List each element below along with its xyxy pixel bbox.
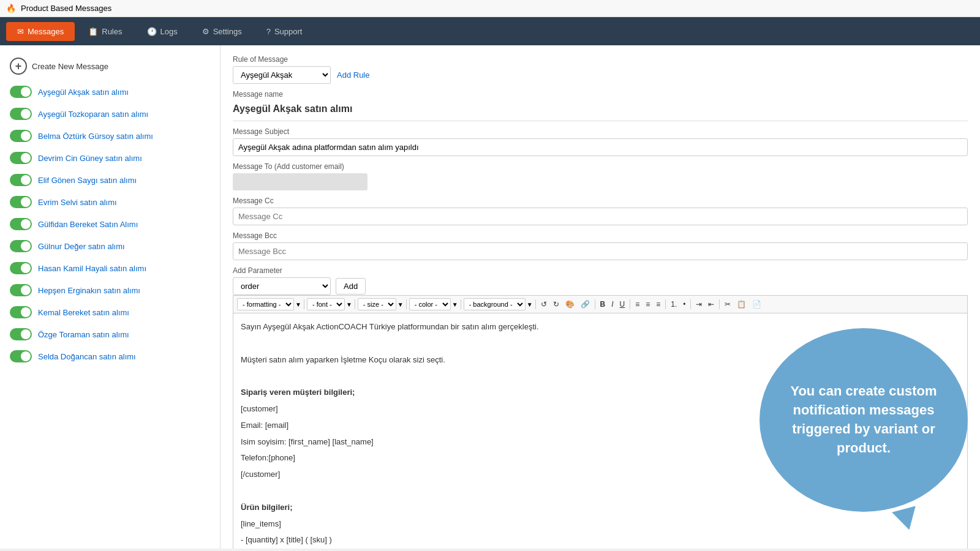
cut-button[interactable]: ✂ (722, 299, 733, 310)
toggle-8[interactable] (10, 262, 32, 274)
font-select[interactable]: - font - (307, 298, 345, 310)
indent-button[interactable]: ⇥ (693, 299, 704, 310)
tab-support[interactable]: ? Support (255, 22, 314, 41)
tab-settings[interactable]: ⚙ Settings (191, 22, 253, 41)
toolbar-chevron-icon: ▼ (295, 301, 301, 308)
toggle-6[interactable] (10, 218, 32, 230)
align-right-button[interactable]: ≡ (654, 299, 663, 310)
align-left-button[interactable]: ≡ (633, 299, 642, 310)
toggle-12[interactable] (10, 350, 32, 362)
plus-icon: + (10, 58, 27, 75)
sidebar-item[interactable]: Belma Öztürk Gürsoy satın alımı (0, 125, 220, 147)
sidebar-item-label[interactable]: Gülfidan Bereket Satın Alımı (38, 220, 138, 229)
toolbar-bg-chevron-icon: ▼ (527, 301, 533, 308)
sidebar-item-label[interactable]: Hepşen Erginakın satın alımı (38, 286, 140, 295)
toolbar-sep-1 (304, 299, 304, 309)
paste-button[interactable]: 📄 (750, 299, 764, 310)
sidebar-item-label[interactable]: Ayşegül Akşak satın alımı (38, 88, 129, 97)
sidebar-item[interactable]: Devrim Cin Güney satın alımı (0, 147, 220, 169)
create-new-button[interactable]: + Create New Message (0, 51, 220, 81)
sidebar-item[interactable]: Ayşegül Akşak satın alımı (0, 81, 220, 103)
toggle-5[interactable] (10, 196, 32, 208)
toggle-2[interactable] (10, 130, 32, 142)
subject-input[interactable] (233, 138, 968, 156)
toggle-11[interactable] (10, 328, 32, 340)
toolbar-sep-9 (690, 299, 691, 309)
toolbar-sep-6 (595, 299, 595, 309)
sidebar-item[interactable]: Kemal Bereket satın alımı (0, 301, 220, 323)
bcc-input[interactable] (233, 242, 968, 260)
tab-rules[interactable]: 📋 Rules (77, 22, 133, 41)
sidebar-item-label[interactable]: Devrim Cin Güney satın alımı (38, 154, 142, 163)
bcc-label: Message Bcc (233, 231, 968, 240)
cc-input[interactable] (233, 208, 968, 225)
toggle-0[interactable] (10, 86, 32, 98)
rule-label: Rule of Message (233, 55, 968, 64)
add-param-button[interactable]: Add (336, 278, 366, 294)
add-param-row: order Add (233, 277, 968, 295)
outdent-button[interactable]: ⇤ (706, 299, 717, 310)
copy-button[interactable]: 📋 (734, 299, 748, 310)
tab-logs[interactable]: 🕐 Logs (136, 22, 189, 41)
background-select[interactable]: - background - (464, 298, 526, 310)
sidebar-item[interactable]: Hasan Kamil Hayali satın alımı (0, 257, 220, 279)
sidebar-items: Ayşegül Akşak satın alımı Ayşegül Tozkop… (0, 81, 220, 367)
rules-icon: 📋 (88, 27, 98, 36)
undo-button[interactable]: ↺ (538, 299, 549, 310)
toolbar-sep-8 (665, 299, 666, 309)
formatting-select[interactable]: - formatting - (237, 298, 294, 310)
underline-button[interactable]: U (617, 299, 628, 310)
sidebar-item[interactable]: Elif Gönen Saygı satın alımı (0, 169, 220, 191)
main-content: + Create New Message Ayşegül Akşak satın… (0, 45, 980, 549)
sidebar-item-label[interactable]: Kemal Bereket satın alımı (38, 308, 129, 317)
promo-bubble: You can create custom notification messa… (760, 328, 968, 512)
nav-bar: ✉ Messages 📋 Rules 🕐 Logs ⚙ Settings ? S… (0, 17, 980, 45)
color-select[interactable]: - color - (409, 298, 451, 310)
right-panel: Rule of Message Ayşegül Akşak Add Rule M… (221, 45, 980, 549)
sidebar-item-label[interactable]: Gülnur Değer satın alımı (38, 242, 125, 251)
sidebar-item-label[interactable]: Belma Öztürk Gürsoy satın alımı (38, 132, 153, 141)
toolbar-sep-4 (461, 299, 461, 309)
sidebar-item-label[interactable]: Ayşegül Tozkoparan satın alımı (38, 110, 148, 119)
tab-messages[interactable]: ✉ Messages (6, 22, 75, 41)
toggle-1[interactable] (10, 108, 32, 120)
sidebar-item[interactable]: Özge Toraman satın alımı (0, 323, 220, 345)
add-rule-link[interactable]: Add Rule (337, 70, 369, 80)
toggle-4[interactable] (10, 174, 32, 186)
toolbar-sep-10 (719, 299, 720, 309)
toggle-3[interactable] (10, 152, 32, 164)
settings-icon: ⚙ (202, 27, 209, 36)
sidebar-item[interactable]: Selda Doğancan satın alımı (0, 345, 220, 367)
sidebar-item[interactable]: Gülnur Değer satın alımı (0, 235, 220, 257)
sidebar-item-label[interactable]: Elif Gönen Saygı satın alımı (38, 176, 137, 185)
toggle-7[interactable] (10, 240, 32, 252)
rule-select[interactable]: Ayşegül Akşak (233, 66, 331, 84)
align-center-button[interactable]: ≡ (643, 299, 652, 310)
toolbar-size-chevron-icon: ▼ (398, 301, 404, 308)
promo-text: You can create custom notification messa… (778, 382, 949, 457)
redo-button[interactable]: ↻ (551, 299, 562, 310)
sidebar-item-label[interactable]: Hasan Kamil Hayali satın alımı (38, 264, 146, 273)
support-icon: ? (266, 27, 271, 36)
link-button[interactable]: 🔗 (578, 299, 592, 310)
to-label: Message To (Add customer email) (233, 162, 968, 171)
sidebar-item[interactable]: Gülfidan Bereket Satın Alımı (0, 213, 220, 235)
param-select[interactable]: order (233, 277, 331, 295)
ul-button[interactable]: • (680, 299, 688, 310)
size-select[interactable]: - size - (358, 298, 396, 310)
sidebar-item-label[interactable]: Selda Doğancan satın alımı (38, 352, 136, 361)
sidebar-item[interactable]: Hepşen Erginakın satın alımı (0, 279, 220, 301)
sidebar-item[interactable]: Evrim Selvi satın alımı (0, 191, 220, 213)
sidebar-item[interactable]: Ayşegül Tozkoparan satın alımı (0, 103, 220, 125)
toggle-10[interactable] (10, 306, 32, 318)
toggle-9[interactable] (10, 284, 32, 296)
bold-button[interactable]: B (598, 299, 608, 310)
italic-button[interactable]: I (609, 299, 616, 310)
app-bar: 🔥 Product Based Messages (0, 0, 980, 17)
ol-button[interactable]: 1. (668, 299, 679, 310)
paint-button[interactable]: 🎨 (563, 299, 577, 310)
rule-row: Ayşegül Akşak Add Rule (233, 66, 968, 84)
toolbar-font-chevron-icon: ▼ (346, 301, 352, 308)
sidebar-item-label[interactable]: Evrim Selvi satın alımı (38, 198, 117, 207)
sidebar-item-label[interactable]: Özge Toraman satın alımı (38, 330, 129, 339)
